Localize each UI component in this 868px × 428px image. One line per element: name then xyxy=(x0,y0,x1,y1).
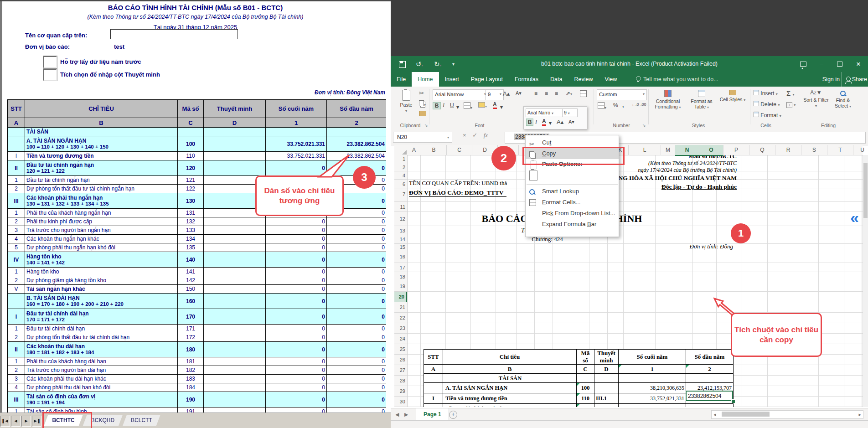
italic-button[interactable]: I xyxy=(443,102,444,109)
cell-label[interactable]: Đầu tư tài chính ngắn hạn xyxy=(443,404,577,407)
minimize-button[interactable]: – xyxy=(814,56,829,72)
report-row[interactable]: B. TÀI SẢN DÀI HẠN160 = 170 + 180 + 190 … xyxy=(8,294,387,309)
report-row[interactable]: TÀI SẢN xyxy=(8,128,387,136)
cell-note[interactable]: III.1 xyxy=(594,393,619,404)
close-button[interactable]: × xyxy=(850,56,867,72)
cell-code[interactable] xyxy=(577,374,594,383)
row-header-13[interactable]: 13 xyxy=(394,226,407,235)
menu-item-pick-from-drop-down-list-[interactable]: Pick From Drop-down List... xyxy=(526,208,619,219)
menu-item-format-cells-[interactable]: Format Cells... xyxy=(526,197,619,208)
new-sheet-button[interactable]: + xyxy=(449,411,457,419)
row-header-21[interactable]: 21 xyxy=(394,302,407,313)
font-color-button[interactable]: A xyxy=(493,101,497,109)
row-header-17[interactable]: 17 xyxy=(394,263,407,272)
row-header-27[interactable]: 27 xyxy=(394,365,407,376)
cell-styles-button[interactable]: Cell Styles ▾ xyxy=(718,89,747,121)
name-box[interactable]: N20▾ xyxy=(393,132,452,143)
column-header-C[interactable]: C xyxy=(447,145,472,155)
select-all-corner[interactable] xyxy=(394,145,408,155)
row-header-7[interactable]: 7 xyxy=(394,189,407,199)
row-header-20[interactable]: 20 xyxy=(394,292,407,302)
menu-item-smart-lookup[interactable]: Smart Lookup xyxy=(526,186,619,197)
vertical-scrollbar[interactable] xyxy=(863,155,868,407)
delete-cells-button[interactable]: Delete ▾ xyxy=(754,101,780,108)
ribbon-display-options-button[interactable] xyxy=(796,56,811,72)
wrap-text-button[interactable] xyxy=(580,90,587,98)
decrease-decimal-button[interactable]: .00→ xyxy=(641,102,651,107)
cell-stt[interactable]: I xyxy=(424,393,443,404)
column-header-A[interactable]: A xyxy=(407,145,421,155)
mini-font-name-select[interactable]: Arial Narro ▾ xyxy=(526,108,563,117)
mini-font-size-select[interactable]: 9 ▾ xyxy=(562,108,578,117)
row-header-30[interactable]: 30 xyxy=(394,397,407,407)
sheet-scroll-left-button[interactable]: ◀ xyxy=(395,408,399,420)
column-header-Q[interactable]: Q xyxy=(749,145,775,155)
cell-code[interactable]: 110 xyxy=(577,393,594,404)
fill-handle[interactable] xyxy=(731,399,735,403)
report-row[interactable]: IICác khoản thu dài hạn180 = 181 + 182 +… xyxy=(8,342,387,357)
column-header-P[interactable]: P xyxy=(723,145,749,155)
tab-scroll-left-button[interactable]: ◀ xyxy=(11,416,21,427)
report-row[interactable]: 5Dự phòng phải thu ngắn hạn khó đòi13500 xyxy=(8,243,387,252)
cell-note[interactable] xyxy=(594,374,619,383)
cell-end-value[interactable]: 38,210,306,635 xyxy=(619,383,686,393)
row-header-16[interactable]: 16 xyxy=(394,250,407,263)
row-header-4[interactable]: 4 xyxy=(394,171,407,180)
cell-stt[interactable] xyxy=(424,374,443,383)
cell-code[interactable]: 100 xyxy=(577,383,594,393)
report-row[interactable]: IVHàng tồn kho140 = 141 + 14214000 xyxy=(8,252,387,268)
row-header-14[interactable]: 14 xyxy=(394,235,407,244)
mini-shrink-font-button[interactable]: A▾ xyxy=(568,119,574,125)
cell-end-value[interactable]: 33,752,021,331 xyxy=(619,393,686,404)
row-header-11[interactable]: 11 xyxy=(394,202,407,212)
align-top-button[interactable]: ≡ xyxy=(534,90,538,97)
row-header-23[interactable]: 23 xyxy=(394,323,407,334)
report-row[interactable]: VTài sản ngắn hạn khác15000 xyxy=(8,285,387,294)
mini-bold-button[interactable]: B xyxy=(526,119,533,126)
sheet-tab-page1[interactable]: Page 1 xyxy=(416,408,449,421)
checkbox-enter-notes-column[interactable] xyxy=(43,69,57,81)
column-header-B[interactable]: B xyxy=(421,145,447,155)
insert-cells-button[interactable]: Insert ▾ xyxy=(754,90,778,97)
report-row[interactable]: 2Dự phòng tổn thất đầu tư tài chính dài … xyxy=(8,333,387,342)
column-header-S[interactable]: S xyxy=(801,145,827,155)
paste-button[interactable]: Paste▾ xyxy=(395,89,417,121)
row-header-19[interactable]: 19 xyxy=(394,281,407,292)
cell-stt[interactable]: II xyxy=(424,404,443,407)
row-header-6[interactable]: 6 xyxy=(394,180,407,189)
cell-label[interactable]: Tiền và tương đương tiền xyxy=(443,393,577,404)
report-row[interactable]: 1Phải thu của khách hàng dài hạn18100 xyxy=(8,357,387,366)
sheet-row[interactable]: IIĐầu tư tài chính ngắn hạn120 xyxy=(424,404,734,407)
cell-begin-value[interactable] xyxy=(686,374,734,383)
sheet-row[interactable]: TÀI SẢN xyxy=(424,374,734,383)
sheet-tab-bclctt[interactable]: BCLCTT xyxy=(123,415,160,426)
report-row[interactable]: IĐầu tư tài chính dài hạn170 = 171 + 172… xyxy=(8,309,387,325)
vertical-scrollbar-thumb[interactable] xyxy=(863,163,868,218)
report-row[interactable]: 2Trả trước cho người bán dài hạn18200 xyxy=(8,366,387,375)
hscroll-right-arrow[interactable]: ▸ xyxy=(858,408,861,420)
column-header-O[interactable]: O xyxy=(699,145,723,156)
ribbon-tab-view[interactable]: View xyxy=(599,72,623,87)
fill-button[interactable]: ↓ ▾ xyxy=(786,101,796,108)
report-row[interactable]: 3Các khoản phải thu dài hạn khác18300 xyxy=(8,375,387,383)
selected-cell[interactable]: 23382862504 xyxy=(686,391,733,401)
cancel-entry-icon[interactable]: × xyxy=(463,132,466,139)
grow-font-button[interactable]: A▴ xyxy=(503,90,510,97)
sheet-scroll-right-button[interactable]: ▶ xyxy=(404,408,408,420)
row-header-18[interactable]: 18 xyxy=(394,272,407,281)
font-color-menu[interactable]: ▾ xyxy=(500,104,503,110)
hscroll-left-arrow[interactable]: ◂ xyxy=(713,408,716,420)
ribbon-tab-home[interactable]: Home xyxy=(412,72,439,87)
format-as-table-button[interactable]: Format as Table ▾ xyxy=(686,89,717,121)
share-button[interactable]: Share xyxy=(841,72,867,87)
row-header-1[interactable]: 1 xyxy=(394,155,407,163)
report-row[interactable]: 2Phải thu kinh phí được cấp13200 xyxy=(8,217,387,226)
number-format-select[interactable]: Custom ▾ xyxy=(597,89,647,100)
column-header-M[interactable]: M xyxy=(661,145,675,155)
row-header-24[interactable]: 24 xyxy=(394,334,407,344)
cell-end-value[interactable] xyxy=(619,374,686,383)
cell-label[interactable]: A. TÀI SẢN NGẮN HẠN xyxy=(443,383,577,393)
column-header-L[interactable]: L xyxy=(629,145,661,155)
row-header-12[interactable]: 12 xyxy=(394,212,407,226)
horizontal-scrollbar[interactable]: ◂ ▸ xyxy=(711,410,863,419)
